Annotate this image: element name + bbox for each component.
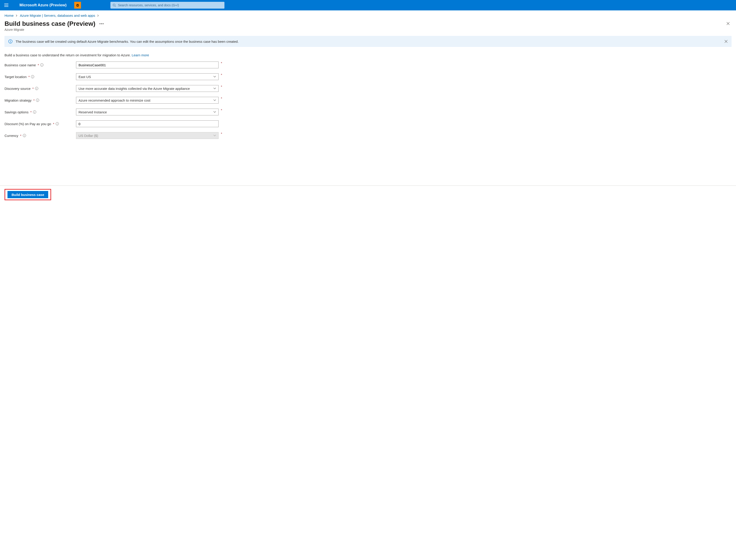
learn-more-link[interactable]: Learn more (132, 53, 149, 57)
svg-point-13 (113, 4, 115, 6)
chevron-down-icon (213, 99, 216, 101)
breadcrumb-home[interactable]: Home (5, 14, 14, 17)
breadcrumb-migrate[interactable]: Azure Migrate | Servers, databases and w… (20, 14, 95, 17)
topbar: Microsoft Azure (Preview) (0, 0, 736, 10)
page-title: Build business case (Preview) (5, 20, 95, 27)
svg-rect-2 (4, 6, 8, 7)
discovery-source-label: Discovery source* i (5, 87, 76, 91)
chevron-down-icon (213, 76, 216, 78)
info-icon[interactable]: i (35, 87, 38, 90)
info-icon[interactable]: i (56, 122, 59, 125)
discount-field[interactable] (76, 120, 219, 127)
bug-button[interactable] (74, 2, 81, 9)
svg-rect-0 (4, 4, 8, 4)
search-input[interactable] (118, 3, 222, 7)
close-icon (726, 22, 730, 25)
chevron-right-icon (16, 14, 18, 17)
banner-dismiss-button[interactable] (724, 40, 728, 43)
banner-text: The business case will be created using … (16, 40, 239, 43)
migration-strategy-label: Migration strategy* i (5, 98, 76, 102)
chevron-down-icon (213, 88, 216, 89)
intro-text: Build a business case to understand the … (0, 51, 736, 61)
info-icon[interactable]: i (23, 134, 26, 137)
svg-rect-1 (4, 5, 8, 5)
svg-line-7 (77, 4, 77, 5)
discount-input[interactable] (79, 122, 216, 126)
svg-rect-19 (10, 41, 11, 43)
page-header: Build business case (Preview) ••• Azure … (0, 19, 736, 33)
page-subtitle: Azure Migrate (5, 28, 104, 31)
close-panel-button[interactable] (725, 20, 731, 27)
discovery-source-select[interactable]: Use more accurate data insights collecte… (76, 85, 219, 92)
target-location-label: Target location* i (5, 75, 76, 79)
global-search[interactable] (110, 2, 224, 9)
chevron-down-icon (213, 135, 216, 136)
info-icon[interactable]: i (31, 75, 34, 78)
brand-title: Microsoft Azure (Preview) (19, 3, 67, 7)
savings-options-select[interactable]: Reserved Instance (76, 109, 219, 115)
name-label: Business case name* i (5, 63, 76, 67)
footer: Build business case (0, 186, 736, 205)
migration-strategy-select[interactable]: Azure recommended approach to minimize c… (76, 97, 219, 104)
highlighted-action: Build business case (5, 189, 51, 200)
build-business-case-button[interactable]: Build business case (7, 191, 48, 198)
chevron-down-icon (213, 111, 216, 113)
svg-line-8 (78, 4, 79, 5)
name-input[interactable] (79, 63, 216, 67)
currency-label: Currency* i (5, 134, 76, 138)
info-banner: The business case will be created using … (5, 36, 731, 47)
business-case-form: Business case name* i * Target location*… (0, 61, 736, 145)
chevron-right-icon (97, 14, 99, 17)
info-icon[interactable]: i (40, 63, 43, 67)
name-field[interactable] (76, 62, 219, 68)
svg-line-10 (78, 6, 79, 7)
hamburger-icon (4, 4, 8, 7)
svg-line-9 (77, 6, 77, 7)
search-icon (113, 4, 116, 7)
svg-line-14 (115, 6, 116, 7)
savings-options-label: Savings options* i (5, 110, 76, 114)
info-icon (8, 39, 12, 43)
close-icon (724, 40, 728, 43)
bug-icon (76, 3, 80, 7)
currency-select: US Dollar ($) (76, 132, 219, 139)
more-actions-button[interactable]: ••• (100, 22, 104, 26)
svg-point-18 (10, 40, 11, 41)
discount-label: Discount (%) on Pay as you go* i (5, 122, 76, 126)
info-icon[interactable]: i (36, 99, 39, 102)
info-icon[interactable]: i (33, 110, 36, 114)
hamburger-menu-button[interactable] (2, 1, 11, 10)
svg-line-11 (77, 4, 77, 5)
target-location-select[interactable]: East US (76, 73, 219, 80)
svg-line-12 (78, 4, 78, 5)
breadcrumb: Home Azure Migrate | Servers, databases … (0, 10, 736, 19)
